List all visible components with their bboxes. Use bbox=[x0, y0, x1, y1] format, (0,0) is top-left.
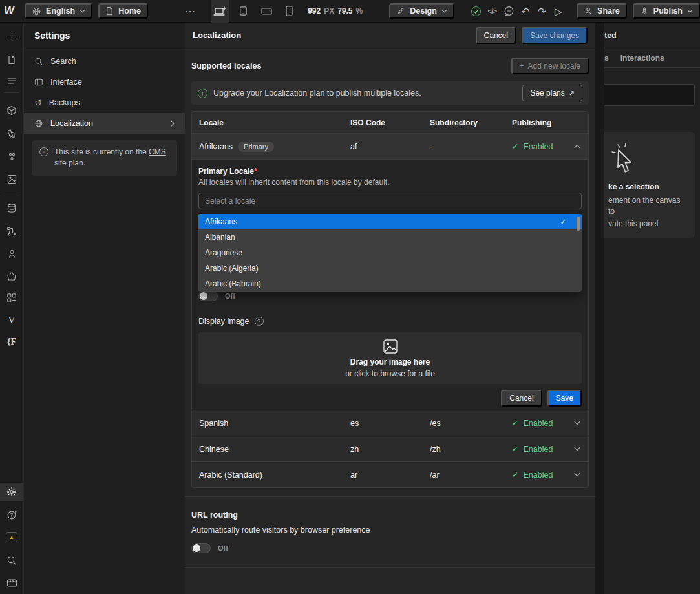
collapse-row-button[interactable] bbox=[566, 144, 588, 149]
search-everything-button[interactable] bbox=[0, 551, 23, 569]
dropdown-option-afrikaans[interactable]: Afrikaans ✓ bbox=[198, 214, 582, 229]
subdirectory-cell: /zh bbox=[423, 445, 505, 454]
breakpoint-mobile-landscape-button[interactable] bbox=[257, 0, 276, 23]
dropdown-option-aragonese[interactable]: Aragonese bbox=[198, 245, 582, 260]
cms-button[interactable] bbox=[0, 199, 23, 217]
tab-settings-fragment[interactable]: s bbox=[604, 54, 609, 63]
breakpoint-mobile-portrait-button[interactable] bbox=[281, 0, 299, 23]
dropdown-option-arabic-bahrain[interactable]: Arabic (Bahrain) bbox=[198, 276, 582, 292]
toolbar-divider bbox=[4, 92, 19, 93]
selection-card-line2-fragment: vate this panel bbox=[608, 218, 687, 229]
page-selector-button[interactable]: Home bbox=[98, 3, 148, 19]
upgrade-banner: ↑ Upgrade your Localization plan to publ… bbox=[191, 81, 589, 105]
dropdown-scrollbar[interactable] bbox=[577, 217, 580, 231]
expand-row-button[interactable] bbox=[566, 447, 588, 451]
components-button[interactable] bbox=[0, 101, 23, 120]
code-export-button[interactable]: </> bbox=[485, 3, 500, 19]
add-elements-button[interactable] bbox=[0, 28, 23, 46]
column-header-subdirectory: Subdirectory bbox=[423, 118, 505, 127]
more-menu-button[interactable]: ··· bbox=[186, 6, 196, 16]
variables-button[interactable] bbox=[0, 147, 23, 165]
ecommerce-button[interactable] bbox=[0, 267, 23, 285]
undo-button[interactable]: ↶ bbox=[518, 3, 533, 19]
redo-button[interactable]: ↷ bbox=[535, 3, 549, 19]
url-routing-toggle[interactable] bbox=[191, 543, 211, 553]
pages-button[interactable] bbox=[0, 50, 23, 69]
locale-switcher-label: English bbox=[46, 6, 75, 16]
rocket-icon bbox=[640, 6, 649, 16]
table-row-arabic-standard[interactable]: Arabic (Standard) ar /ar ✓ Enabled bbox=[192, 461, 588, 487]
top-toolbar: W English Home ··· bbox=[0, 0, 700, 23]
help-button[interactable] bbox=[0, 505, 23, 524]
styles-button[interactable] bbox=[0, 125, 23, 143]
publishing-status: ✓ Enabled bbox=[505, 142, 566, 151]
element-settings-panel: ted s Interactions ke a selection ement … bbox=[604, 23, 700, 594]
primary-locale-description: All locales will inherit content from th… bbox=[198, 178, 389, 187]
video-tutorials-button[interactable] bbox=[0, 574, 23, 592]
selector-input[interactable] bbox=[604, 84, 695, 106]
users-button[interactable] bbox=[0, 244, 23, 262]
sidebar-item-search[interactable]: Search bbox=[24, 51, 185, 72]
breakpoint-desktop-button[interactable] bbox=[211, 0, 229, 23]
see-plans-button[interactable]: See plans ↗ bbox=[522, 85, 582, 101]
cancel-button[interactable]: Cancel bbox=[476, 27, 516, 44]
column-header-locale: Locale bbox=[192, 118, 343, 127]
mobile-portrait-breakpoint-icon bbox=[286, 6, 293, 16]
locale-toggle[interactable] bbox=[198, 291, 218, 301]
share-button[interactable]: Share bbox=[577, 3, 627, 19]
assets-button[interactable] bbox=[0, 170, 23, 188]
expand-row-button[interactable] bbox=[566, 472, 588, 477]
audit-panel-button[interactable]: ▲ bbox=[0, 528, 23, 546]
left-toolbar: V {F ▲ bbox=[0, 23, 23, 594]
webflow-logo-icon[interactable]: W bbox=[0, 5, 17, 17]
table-row-spanish[interactable]: Spanish es /es ✓ Enabled bbox=[192, 410, 588, 436]
sidebar-item-localization[interactable]: Localization bbox=[24, 113, 185, 134]
image-dropzone[interactable]: Drag your image here or click to browse … bbox=[198, 332, 582, 384]
mobile-landscape-breakpoint-icon bbox=[261, 7, 272, 16]
url-routing-heading: URL routing bbox=[191, 511, 589, 520]
zoom-value[interactable]: 79.5 bbox=[337, 6, 352, 16]
publish-status-check-icon[interactable] bbox=[469, 3, 483, 19]
locale-switcher-button[interactable]: English bbox=[25, 3, 92, 19]
publish-button[interactable]: Publish bbox=[633, 3, 700, 19]
dropdown-option-albanian[interactable]: Albanian bbox=[198, 229, 582, 245]
breakpoint-tablet-button[interactable] bbox=[234, 0, 253, 23]
save-changes-button[interactable]: Save changes bbox=[522, 27, 588, 44]
sidebar-item-interface[interactable]: Interface bbox=[24, 72, 185, 92]
cms-plan-link[interactable]: CMS bbox=[149, 147, 166, 156]
expand-row-button[interactable] bbox=[566, 421, 588, 425]
locale-dropdown: Afrikaans ✓ Albanian Aragonese Arabic (A… bbox=[198, 214, 582, 292]
mode-switcher-button[interactable]: Design bbox=[389, 3, 454, 19]
help-tooltip-icon[interactable]: ? bbox=[255, 317, 264, 326]
table-row-afrikaans[interactable]: Afrikaans Primary af - ✓ Enabled bbox=[192, 133, 588, 159]
apps-button[interactable] bbox=[0, 289, 23, 307]
check-icon: ✓ bbox=[560, 218, 566, 226]
canvas-width-value[interactable]: 992 bbox=[308, 6, 321, 16]
url-routing-description: Automatically route visitors by browser … bbox=[191, 525, 589, 535]
app-finsweet-button[interactable]: {F bbox=[0, 333, 23, 351]
tab-interactions[interactable]: Interactions bbox=[620, 54, 664, 63]
add-new-locale-label: Add new locale bbox=[528, 61, 580, 70]
logic-button[interactable] bbox=[0, 222, 23, 240]
publishing-status: ✓ Enabled bbox=[505, 444, 566, 454]
page-title: Localization bbox=[193, 30, 241, 40]
sidebar-item-backups[interactable]: ↺ Backups bbox=[24, 92, 185, 113]
localization-settings-panel: Localization Cancel Save changes Support… bbox=[185, 23, 595, 594]
share-label: Share bbox=[597, 6, 620, 16]
table-row-chinese[interactable]: Chinese zh /zh ✓ Enabled bbox=[192, 436, 588, 461]
locale-name-cell: Arabic (Standard) bbox=[192, 471, 343, 480]
editor-save-button[interactable]: Save bbox=[547, 390, 582, 407]
dropdown-option-arabic-algeria[interactable]: Arabic (Algeria) bbox=[198, 260, 582, 276]
locale-editor: Primary Locale* All locales will inherit… bbox=[192, 159, 588, 410]
preview-play-button[interactable]: ▷ bbox=[551, 3, 566, 19]
column-header-publishing: Publishing bbox=[505, 118, 566, 127]
locale-select[interactable]: Select a locale bbox=[198, 193, 582, 209]
publish-label: Publish bbox=[653, 6, 683, 16]
site-settings-button[interactable] bbox=[0, 483, 23, 501]
add-new-locale-button[interactable]: + Add new locale bbox=[511, 58, 589, 74]
app-v-button[interactable]: V bbox=[0, 311, 23, 329]
navigator-button[interactable] bbox=[0, 71, 23, 89]
search-icon bbox=[34, 57, 43, 66]
comments-button[interactable] bbox=[502, 3, 516, 19]
editor-cancel-button[interactable]: Cancel bbox=[501, 390, 542, 407]
